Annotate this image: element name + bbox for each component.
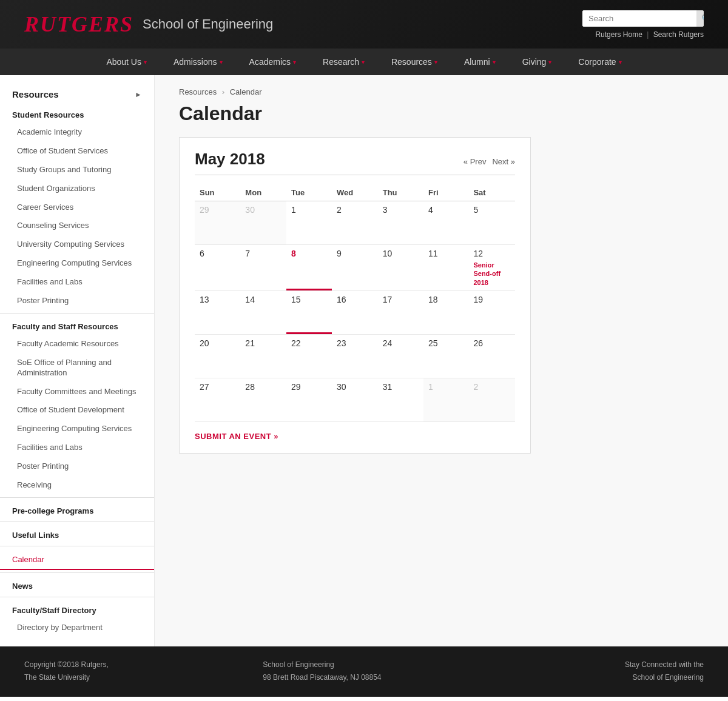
footer-stay-connected: Stay Connected with the (502, 659, 704, 672)
cal-day-30-apr[interactable]: 30 (240, 201, 286, 245)
cal-day-30[interactable]: 30 (332, 378, 378, 421)
cal-day-25[interactable]: 25 (423, 334, 468, 378)
submit-event-link[interactable]: SUBMIT AN EVENT » (195, 432, 278, 441)
breadcrumb-calendar[interactable]: Calendar (230, 87, 262, 96)
sidebar-eng-computing[interactable]: Engineering Computing Services (0, 254, 154, 273)
cal-day-6[interactable]: 6 (195, 245, 240, 291)
cal-event-senior-sendoff[interactable]: Senior Send-off 2018 (473, 261, 510, 287)
cal-day-4[interactable]: 4 (423, 201, 468, 245)
rutgers-home-link[interactable]: Rutgers Home (595, 30, 642, 39)
sidebar-poster-printing[interactable]: Poster Printing (0, 292, 154, 310)
cal-day-21[interactable]: 21 (240, 334, 286, 378)
sidebar-receiving[interactable]: Receiving (0, 476, 154, 495)
sidebar-student-resources[interactable]: Student Resources (0, 104, 154, 123)
cal-day-27[interactable]: 27 (195, 378, 240, 421)
sidebar-career-services[interactable]: Career Services (0, 198, 154, 217)
cal-day-26[interactable]: 26 (468, 334, 515, 378)
nav-research[interactable]: Research (309, 49, 378, 75)
cal-day-1[interactable]: 1 (286, 201, 332, 245)
rutgers-logo[interactable]: RUTGERS (24, 12, 133, 37)
sidebar-divider (0, 313, 154, 314)
sidebar-academic-integrity[interactable]: Academic Integrity (0, 123, 154, 142)
cal-day-3[interactable]: 3 (378, 201, 423, 245)
breadcrumb-resources[interactable]: Resources (179, 87, 217, 96)
cal-day-15[interactable]: 15 (286, 290, 332, 334)
table-row: 13 14 15 16 17 18 19 (195, 290, 515, 334)
nav-giving[interactable]: Giving (509, 49, 565, 75)
cal-day-9[interactable]: 9 (332, 245, 378, 291)
cal-day-2-jun[interactable]: 2 (468, 378, 515, 421)
cal-day-16[interactable]: 16 (332, 290, 378, 334)
nav-resources[interactable]: Resources (378, 49, 451, 75)
search-button[interactable]: 🔍 (696, 10, 704, 27)
sidebar-study-groups[interactable]: Study Groups and Tutoring (0, 161, 154, 179)
page-title: Calendar (179, 102, 704, 125)
cal-day-22[interactable]: 22 (286, 334, 332, 378)
sidebar-student-orgs[interactable]: Student Organizations (0, 179, 154, 198)
search-input[interactable] (582, 10, 696, 27)
sidebar-facilities-labs[interactable]: Facilities and Labs (0, 273, 154, 292)
sidebar-soe-planning[interactable]: SoE Office of Planning and Administratio… (0, 354, 154, 383)
cal-day-18[interactable]: 18 (423, 290, 468, 334)
sidebar-poster-printing-2[interactable]: Poster Printing (0, 457, 154, 476)
sidebar-calendar[interactable]: Calendar (0, 549, 154, 570)
calendar-month-year: May 2018 (195, 150, 265, 169)
sidebar-dir-by-dept[interactable]: Directory by Department (0, 619, 154, 637)
sidebar-eng-computing-2[interactable]: Engineering Computing Services (0, 420, 154, 438)
sidebar-faculty-academic-resources[interactable]: Faculty Academic Resources (0, 335, 154, 354)
cal-day-24[interactable]: 24 (378, 334, 423, 378)
cal-day-14[interactable]: 14 (240, 290, 286, 334)
cal-day-29-apr[interactable]: 29 (195, 201, 240, 245)
footer-col-3: Stay Connected with the School of Engine… (502, 659, 704, 685)
search-rutgers-link[interactable]: Search Rutgers (653, 30, 704, 39)
cal-day-20[interactable]: 20 (195, 334, 240, 378)
calendar-header: May 2018 « Prev Next » (195, 150, 515, 175)
logo-area: RUTGERS School of Engineering (24, 12, 273, 37)
sidebar-pre-college[interactable]: Pre-college Programs (0, 500, 154, 519)
footer-col-1: Copyright ©2018 Rutgers, The State Unive… (24, 659, 226, 685)
sidebar-office-student-services[interactable]: Office of Student Services (0, 142, 154, 161)
nav-alumni[interactable]: Alumni (451, 49, 509, 75)
sidebar-news[interactable]: News (0, 575, 154, 594)
sidebar-faculty-dir[interactable]: Faculty/Staff Directory (0, 600, 154, 619)
cal-day-17[interactable]: 17 (378, 290, 423, 334)
cal-day-12[interactable]: 12 Senior Send-off 2018 (468, 245, 515, 291)
sidebar-univ-computing[interactable]: University Computing Services (0, 235, 154, 254)
calendar-prev-button[interactable]: « Prev (463, 157, 487, 166)
cal-day-28[interactable]: 28 (240, 378, 286, 421)
cal-day-19[interactable]: 19 (468, 290, 515, 334)
nav-academics[interactable]: Academics (236, 49, 309, 75)
sidebar-divider-5 (0, 572, 154, 573)
sidebar-counseling-services[interactable]: Counseling Services (0, 216, 154, 235)
footer-col-2: School of Engineering 98 Brett Road Pisc… (263, 659, 465, 685)
cal-day-29[interactable]: 29 (286, 378, 332, 421)
cal-day-11[interactable]: 11 (423, 245, 468, 291)
sidebar-faculty-staff[interactable]: Faculty and Staff Resources (0, 316, 154, 335)
cal-day-10[interactable]: 10 (378, 245, 423, 291)
sidebar-useful-links[interactable]: Useful Links (0, 525, 154, 543)
sidebar-divider-4 (0, 546, 154, 546)
cal-day-23[interactable]: 23 (332, 334, 378, 378)
table-row: 6 7 8 9 10 11 12 Senior Send-off 2018 (195, 245, 515, 291)
nav-corporate[interactable]: Corporate (565, 49, 635, 75)
cal-day-8[interactable]: 8 (286, 245, 332, 291)
school-name: School of Engineering (143, 16, 273, 32)
col-wed: Wed (332, 184, 378, 201)
sidebar-facilities-labs-2[interactable]: Facilities and Labs (0, 438, 154, 457)
cal-day-7[interactable]: 7 (240, 245, 286, 291)
sidebar-office-student-dev[interactable]: Office of Student Development (0, 401, 154, 420)
col-fri: Fri (423, 184, 468, 201)
cal-day-5[interactable]: 5 (468, 201, 515, 245)
sidebar-resources-title[interactable]: Resources ► (0, 84, 154, 104)
cal-day-31[interactable]: 31 (378, 378, 423, 421)
header: RUTGERS School of Engineering 🔍 Rutgers … (0, 0, 728, 49)
footer: Copyright ©2018 Rutgers, The State Unive… (0, 646, 728, 697)
cal-day-1-jun[interactable]: 1 (423, 378, 468, 421)
nav-about-us[interactable]: About Us (93, 49, 160, 75)
calendar-next-button[interactable]: Next » (492, 157, 515, 166)
nav-admissions[interactable]: Admissions (160, 49, 236, 75)
sidebar-faculty-committees[interactable]: Faculty Committees and Meetings (0, 383, 154, 401)
cal-day-2[interactable]: 2 (332, 201, 378, 245)
search-box: 🔍 (582, 10, 704, 27)
cal-day-13[interactable]: 13 (195, 290, 240, 334)
